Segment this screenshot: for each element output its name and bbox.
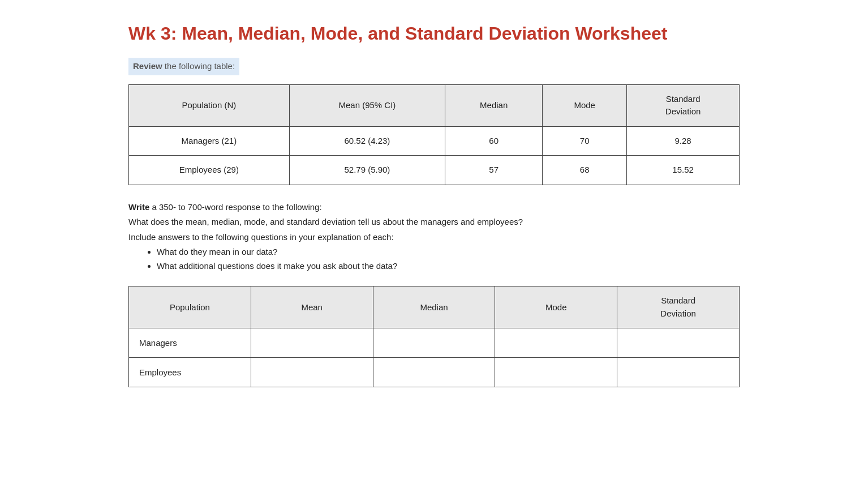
- th1-median: Median: [445, 84, 543, 126]
- t1r1-mode: 70: [543, 126, 627, 156]
- write-line3: Include answers to the following questio…: [128, 231, 740, 244]
- list-item: What additional questions does it make y…: [157, 260, 740, 273]
- write-line1: Write a 350- to 700-word response to the…: [128, 201, 740, 214]
- write-section: Write a 350- to 700-word response to the…: [128, 201, 740, 273]
- t1r1-stddev: 9.28: [627, 126, 740, 156]
- write-line1-rest: a 350- to 700-word response to the follo…: [149, 202, 321, 212]
- t1r2-stddev: 15.52: [627, 156, 740, 185]
- table-row: Managers (21) 60.52 (4.23) 60 70 9.28: [129, 126, 740, 156]
- table2-header-row: Population Mean Median Mode StandardDevi…: [129, 286, 740, 328]
- t2r2-stddev: [617, 358, 740, 387]
- t2r1-stddev: [617, 328, 740, 358]
- data-table-2: Population Mean Median Mode StandardDevi…: [128, 286, 740, 387]
- th2-median: Median: [373, 286, 495, 328]
- th2-stddev: StandardDeviation: [617, 286, 740, 328]
- write-line2: What does the mean, median, mode, and st…: [128, 216, 740, 229]
- table-row: Managers: [129, 328, 740, 358]
- t2r1-population: Managers: [129, 328, 251, 358]
- th1-mode: Mode: [543, 84, 627, 126]
- t2r2-mean: [251, 358, 373, 387]
- th1-mean: Mean (95% CI): [289, 84, 445, 126]
- table-row: Employees (29) 52.79 (5.90) 57 68 15.52: [129, 156, 740, 185]
- t2r1-mode: [495, 328, 617, 358]
- th2-population: Population: [129, 286, 251, 328]
- review-text: the following table:: [162, 61, 235, 71]
- th1-stddev: StandardDeviation: [627, 84, 740, 126]
- t1r2-population: Employees (29): [129, 156, 290, 185]
- review-label: Review: [133, 61, 162, 71]
- list-item: What do they mean in our data?: [157, 246, 740, 259]
- th2-mean: Mean: [251, 286, 373, 328]
- t1r2-mode: 68: [543, 156, 627, 185]
- page-title: Wk 3: Mean, Median, Mode, and Standard D…: [128, 23, 740, 44]
- bullet-list: What do they mean in our data? What addi…: [157, 246, 740, 272]
- review-block: Review the following table:: [128, 58, 239, 75]
- t1r1-mean: 60.52 (4.23): [289, 126, 445, 156]
- t1r1-median: 60: [445, 126, 543, 156]
- t2r2-median: [373, 358, 495, 387]
- write-bold: Write: [128, 202, 149, 212]
- t2r1-mean: [251, 328, 373, 358]
- table1-header-row: Population (N) Mean (95% CI) Median Mode…: [129, 84, 740, 126]
- t1r1-population: Managers (21): [129, 126, 290, 156]
- t1r2-mean: 52.79 (5.90): [289, 156, 445, 185]
- th1-population: Population (N): [129, 84, 290, 126]
- t2r1-median: [373, 328, 495, 358]
- data-table-1: Population (N) Mean (95% CI) Median Mode…: [128, 84, 740, 185]
- page-container: Wk 3: Mean, Median, Mode, and Standard D…: [94, 0, 774, 426]
- table-row: Employees: [129, 358, 740, 387]
- t1r2-median: 57: [445, 156, 543, 185]
- t2r2-mode: [495, 358, 617, 387]
- t2r2-population: Employees: [129, 358, 251, 387]
- th2-mode: Mode: [495, 286, 617, 328]
